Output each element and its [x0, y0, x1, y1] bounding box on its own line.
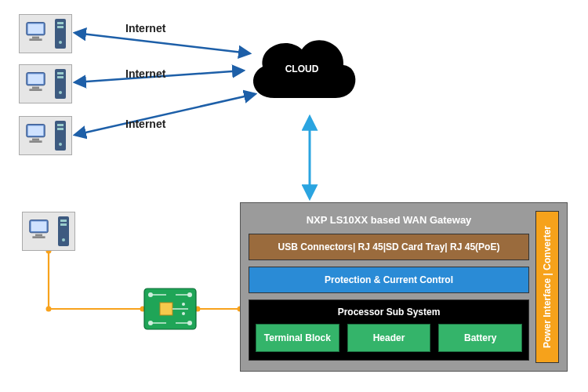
svg-point-7	[59, 41, 62, 44]
svg-point-23	[59, 143, 62, 146]
gateway-main-column: NXP LS10XX based WAN Gateway USB Connect…	[241, 203, 535, 371]
svg-rect-14	[57, 76, 64, 78]
gateway-title: NXP LS10XX based WAN Gateway	[249, 211, 529, 227]
client-pc-1	[19, 14, 72, 53]
svg-point-39	[182, 312, 185, 315]
svg-rect-22	[57, 128, 64, 130]
processor-title: Processor Sub System	[256, 307, 522, 318]
svg-rect-33	[160, 303, 172, 315]
tower-icon	[58, 216, 69, 246]
desktop-icon	[25, 18, 53, 49]
svg-rect-10	[32, 87, 39, 89]
svg-rect-5	[57, 22, 64, 24]
gateway-protection-row: Protection & Current Control	[249, 267, 529, 293]
tower-icon	[55, 121, 66, 151]
svg-rect-13	[57, 72, 64, 74]
svg-rect-9	[28, 74, 44, 84]
svg-rect-17	[28, 125, 44, 136]
power-interface-side: Power Interface | Converter	[535, 211, 559, 363]
svg-rect-27	[32, 236, 45, 238]
wire-pc4-pcb	[49, 251, 143, 309]
power-interface-label: Power Interface | Converter	[542, 226, 553, 348]
svg-rect-19	[29, 140, 42, 143]
processor-row: Terminal Block Header Battery	[256, 324, 522, 352]
client-pc-2	[19, 64, 72, 103]
svg-rect-11	[29, 89, 42, 91]
cloud-node: CLOUD	[243, 27, 361, 110]
desktop-icon	[25, 120, 53, 151]
architecture-diagram: Internet Internet Internet CLOUD NXP LS1…	[0, 0, 588, 392]
header-cell: Header	[347, 324, 431, 352]
svg-rect-21	[57, 124, 64, 126]
svg-point-38	[182, 303, 185, 306]
client-pc-3	[19, 116, 72, 155]
battery-cell: Battery	[438, 324, 522, 352]
pcb-board	[143, 287, 198, 331]
svg-point-15	[59, 91, 62, 94]
svg-rect-25	[31, 221, 47, 231]
label-internet-3: Internet	[125, 118, 165, 130]
svg-rect-29	[60, 220, 67, 222]
cloud-label: CLOUD	[285, 64, 319, 74]
label-internet-2: Internet	[125, 67, 165, 80]
svg-rect-2	[32, 37, 39, 39]
label-internet-1: Internet	[125, 22, 165, 34]
terminal-block-cell: Terminal Block	[256, 324, 339, 352]
gateway-usb-row: USB Connectors| RJ 45|SD Card Tray| RJ 4…	[249, 234, 529, 260]
pcb-icon	[143, 287, 198, 331]
svg-point-31	[62, 238, 65, 241]
arrow-pc1-cloud	[75, 33, 249, 53]
wan-gateway: NXP LS10XX based WAN Gateway USB Connect…	[240, 202, 568, 372]
svg-rect-1	[28, 24, 44, 34]
svg-rect-6	[57, 26, 64, 28]
svg-rect-30	[60, 223, 67, 226]
desktop-icon	[28, 216, 56, 247]
processor-subsystem: Processor Sub System Terminal Block Head…	[249, 299, 529, 361]
tower-icon	[55, 69, 66, 99]
local-pc	[22, 212, 75, 251]
svg-rect-18	[32, 139, 39, 141]
tower-icon	[55, 19, 66, 49]
svg-rect-26	[35, 234, 42, 237]
desktop-icon	[25, 68, 53, 100]
wire-node-b	[46, 307, 52, 312]
svg-rect-3	[29, 38, 42, 41]
